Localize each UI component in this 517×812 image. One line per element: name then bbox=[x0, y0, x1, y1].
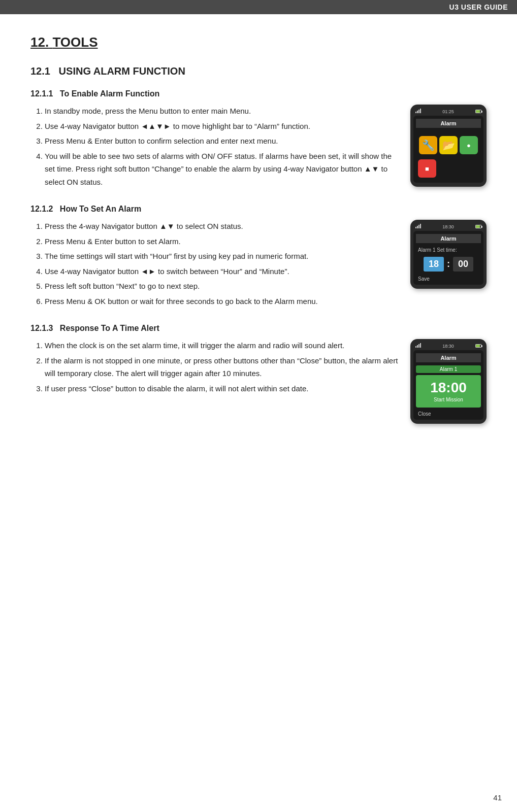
device2-alarm-label: Alarm 1 Set time: bbox=[416, 246, 481, 254]
green-icon: ● bbox=[460, 136, 478, 154]
main-content: 12. TOOLS 12.1 USING ALARM FUNCTION 12.1… bbox=[0, 14, 517, 468]
device2-minute: 00 bbox=[453, 257, 473, 272]
device1-battery bbox=[475, 110, 481, 113]
step-2-6: Press Menu & OK button or wait for three… bbox=[45, 295, 400, 308]
subsection-12-1-1: 12.1.1 To Enable Alarm Function In stand… bbox=[30, 89, 487, 190]
device1-status-bar: 01:25 bbox=[413, 109, 483, 116]
subsection-title-1: 12.1.1 To Enable Alarm Function bbox=[30, 89, 487, 98]
device2-status-bar: 18:30 bbox=[413, 224, 483, 231]
device2-clock: 18:30 bbox=[442, 224, 454, 229]
subsection-3-text: When the clock is on the set alarm time,… bbox=[30, 339, 400, 397]
steps-list-3: When the clock is on the set alarm time,… bbox=[30, 339, 400, 395]
section-title: 12.1 USING ALARM FUNCTION bbox=[30, 65, 487, 77]
subsection-title-3: 12.1.3 Response To A Time Alert bbox=[30, 324, 487, 333]
signal-bars-2 bbox=[415, 224, 421, 228]
device1: 01:25 Alarm 🔧 📂 ● ■ bbox=[410, 105, 487, 187]
device3-close-label: Close bbox=[416, 410, 481, 417]
subsection-title-2: 12.1.2 How To Set An Alarm bbox=[30, 205, 487, 214]
section-label: 12.1 bbox=[30, 65, 50, 77]
device3-mockup: 18:30 Alarm Alarm 1 18:00 Start Mission … bbox=[410, 339, 487, 424]
device3-time-display: 18:00 Start Mission bbox=[416, 375, 481, 408]
folder-icon: 📂 bbox=[439, 136, 458, 154]
device3-battery bbox=[475, 344, 481, 348]
device1-screen-title: Alarm bbox=[416, 119, 481, 128]
device3-clock: 18:30 bbox=[442, 344, 454, 349]
device2-time-inputs: 18 : 00 bbox=[416, 257, 481, 272]
subsection-12-1-3: 12.1.3 Response To A Time Alert When the… bbox=[30, 324, 487, 424]
device3-signal bbox=[415, 343, 421, 349]
device3-alarm-number: Alarm 1 bbox=[416, 365, 481, 373]
device2: 18:30 Alarm Alarm 1 Set time: 18 : 00 bbox=[410, 220, 487, 289]
page-number: 41 bbox=[493, 793, 502, 802]
chapter-number: 12. bbox=[30, 35, 49, 50]
device1-screen: Alarm 🔧 📂 ● ■ bbox=[413, 116, 483, 183]
step-2-5: Press left soft button “Next” to go to n… bbox=[45, 280, 400, 293]
steps-list-1: In standby mode, press the Menu button t… bbox=[30, 105, 400, 188]
device2-signal bbox=[415, 224, 421, 229]
section-heading: USING ALARM FUNCTION bbox=[59, 65, 185, 77]
signal-bars-3 bbox=[415, 343, 421, 348]
device3-big-time: 18:00 bbox=[418, 380, 479, 396]
subsection-12-1-2: 12.1.2 How To Set An Alarm Press the 4-w… bbox=[30, 205, 487, 310]
section-12-1: 12.1 USING ALARM FUNCTION 12.1.1 To Enab… bbox=[30, 65, 487, 424]
subsection-1-content: In standby mode, press the Menu button t… bbox=[30, 105, 487, 190]
device3-screen-title: Alarm bbox=[416, 353, 481, 362]
device2-battery bbox=[475, 225, 481, 228]
signal-bars-1 bbox=[415, 109, 421, 113]
chapter-label: TOOLS bbox=[52, 35, 98, 50]
device1-icon-grid: 🔧 📂 ● bbox=[416, 131, 481, 159]
device2-hour: 18 bbox=[424, 257, 444, 272]
step-1-1: In standby mode, press the Menu button t… bbox=[45, 105, 400, 118]
device2-colon: : bbox=[447, 259, 450, 269]
step-3-2: If the alarm is not stopped in one minut… bbox=[45, 354, 400, 380]
step-1-4: You will be able to see two sets of alar… bbox=[45, 150, 400, 189]
step-3-1: When the clock is on the set alarm time,… bbox=[45, 339, 400, 352]
device1-signal bbox=[415, 109, 421, 114]
step-2-2: Press Menu & Enter button to set Alarm. bbox=[45, 235, 400, 248]
header-title: U3 USER GUIDE bbox=[449, 3, 508, 11]
device2-screen: Alarm Alarm 1 Set time: 18 : 00 Save bbox=[413, 231, 483, 285]
chapter-title: 12. TOOLS bbox=[30, 35, 487, 50]
tools-icon: 🔧 bbox=[419, 136, 437, 154]
subsection-2-content: Press the 4-way Navigator button ▲▼ to s… bbox=[30, 220, 487, 310]
step-1-3: Press Menu & Enter button to confirm sel… bbox=[45, 134, 400, 148]
header-bar: U3 USER GUIDE bbox=[0, 0, 517, 14]
subsection-2-text: Press the 4-way Navigator button ▲▼ to s… bbox=[30, 220, 400, 310]
device2-mockup: 18:30 Alarm Alarm 1 Set time: 18 : 00 bbox=[410, 220, 487, 289]
steps-list-2: Press the 4-way Navigator button ▲▼ to s… bbox=[30, 220, 400, 308]
step-2-3: The time settings will start with “Hour”… bbox=[45, 250, 400, 263]
device2-save-label: Save bbox=[416, 275, 481, 282]
device3: 18:30 Alarm Alarm 1 18:00 Start Mission … bbox=[410, 339, 487, 424]
device3-screen: Alarm Alarm 1 18:00 Start Mission Close bbox=[413, 350, 483, 420]
step-2-4: Use 4-way Navigator button ◄► to switch … bbox=[45, 265, 400, 278]
device3-status-bar: 18:30 bbox=[413, 343, 483, 350]
red-icon: ■ bbox=[418, 159, 436, 178]
device3-mission-label: Start Mission bbox=[418, 397, 479, 402]
subsection-3-content: When the clock is on the set alarm time,… bbox=[30, 339, 487, 424]
device1-mockup: 01:25 Alarm 🔧 📂 ● ■ bbox=[410, 105, 487, 187]
step-2-1: Press the 4-way Navigator button ▲▼ to s… bbox=[45, 220, 400, 233]
step-3-3: If user press “Close” button to disable … bbox=[45, 382, 400, 395]
step-1-2: Use 4-way Navigator button ◄▲▼► to move … bbox=[45, 120, 400, 133]
device1-clock: 01:25 bbox=[442, 109, 454, 114]
device2-screen-title: Alarm bbox=[416, 234, 481, 243]
subsection-1-text: In standby mode, press the Menu button t… bbox=[30, 105, 400, 190]
